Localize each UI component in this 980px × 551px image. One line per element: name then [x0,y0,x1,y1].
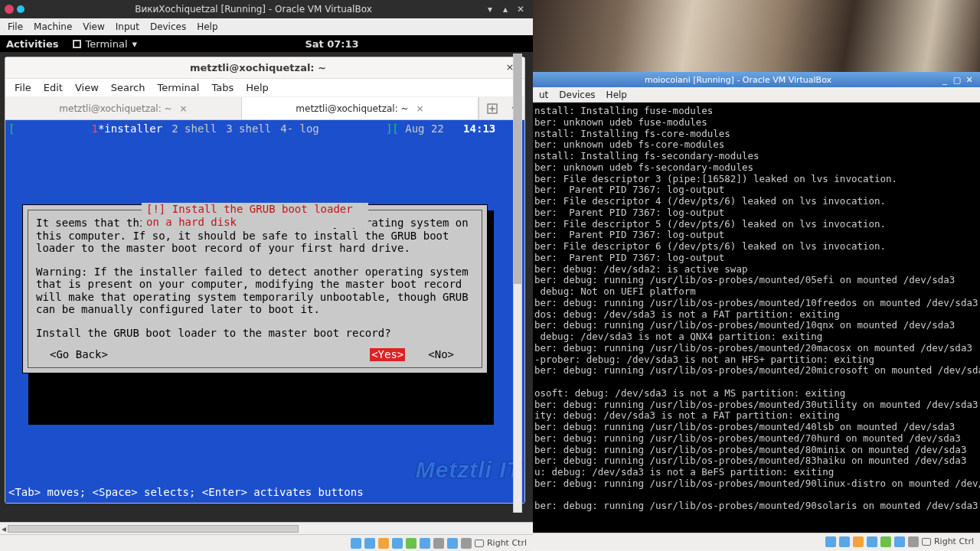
minimize-button[interactable]: _ [939,75,951,85]
recording-icon [433,538,444,549]
menu-view[interactable]: View [83,21,104,32]
hostkey-label: Right Ctrl [934,536,974,546]
activities-button[interactable]: Activities [6,38,59,50]
vm-left-statusbar: Right Ctrl [0,534,533,551]
scrollbar-vertical[interactable] [513,54,522,513]
installer-tui: [ 1 *installer 2 shell 3 shell 4- log ][… [5,120,524,503]
shared-folder-icon [406,538,416,549]
close-button[interactable]: ✕ [963,75,975,85]
terminal-tab[interactable]: metztli@xochiquetzal: ~ × [5,97,242,119]
dialog-title: [!] Install the GRUB boot loader on a ha… [142,203,368,228]
close-button[interactable]: ✕ [513,4,528,15]
go-back-button[interactable]: <Go Back> [50,348,108,361]
display-icon [420,538,430,549]
new-tab-button[interactable] [479,97,505,119]
dialog-helpline: <Tab> moves; <Space> selects; <Enter> ac… [8,486,364,498]
display-icon [894,536,905,547]
clock[interactable]: Sat 07:13 [305,38,358,50]
scroll-thumb[interactable] [8,525,299,533]
pane-inactive: 2 shell [172,122,217,135]
terminal-title: metztli@xochiquetzal: ~ [13,62,503,73]
shared-folder-icon [880,536,891,547]
terminal-icon [73,40,81,48]
tab-label: metztli@xochiquetzal: ~ [296,103,408,114]
menu-machine[interactable]: Machine [34,21,72,32]
scrollbar-horizontal[interactable]: ◂ [0,522,533,534]
menu-devices[interactable]: Devices [150,21,186,32]
current-app-label: Terminal [86,38,128,50]
background-image-strip [533,0,980,72]
status-bracket: ][ [386,122,399,135]
status-date: Aug 22 [405,122,444,135]
tmenu-file[interactable]: File [15,82,31,93]
tmenu-tabs[interactable]: Tabs [211,82,234,93]
pane-label-active: *installer [98,122,162,135]
tmenu-view[interactable]: View [75,82,99,93]
titlebar-icon [5,5,14,14]
hostkey-icon [475,540,484,547]
menu-devices[interactable]: Devices [559,90,595,100]
maximize-button[interactable]: ▢ [951,75,963,85]
pane-index-active: 1 [91,122,97,135]
watermark: Metztli IT [416,457,521,483]
yes-button[interactable]: <Yes> [370,348,405,361]
pane-inactive: 3 shell [226,122,271,135]
vm-left-menubar: File Machine View Input Devices Help [0,18,533,35]
network-icon [392,538,403,549]
menu-file[interactable]: File [8,21,23,32]
vm-window-right: moiocoiani [Running] - Oracle VM Virtual… [533,72,980,551]
right-terminal-output[interactable]: nstall: Installing fuse-modules ber: unk… [533,103,980,533]
tab-label: metztli@xochiquetzal: ~ [59,103,172,114]
minimize-button[interactable]: ▾ [482,4,498,15]
vm-right-menubar: ut Devices Help [533,87,980,103]
current-app[interactable]: Terminal ▾ [73,38,137,50]
vm-left-titlebar[interactable]: ВикиXochiquetzal [Running] - Oracle VM V… [0,0,533,18]
pane-inactive: 4- log [280,122,319,135]
hdd-icon [351,538,361,549]
terminal-window: metztli@xochiquetzal: ~ × File Edit View… [5,57,525,504]
tmenu-help[interactable]: Help [246,82,269,93]
plus-box-icon [487,103,498,114]
network-icon [867,536,877,547]
terminal-menubar: File Edit View Search Terminal Tabs Help [5,79,524,97]
tmenu-search[interactable]: Search [111,82,145,93]
hdd-icon [825,536,836,547]
usb-icon [378,538,389,549]
menu-input[interactable]: Input [116,21,139,32]
terminal-titlebar[interactable]: metztli@xochiquetzal: ~ × [5,57,524,79]
usb-icon [853,536,864,547]
gnome-top-bar: Activities Terminal ▾ Sat 07:13 [0,35,533,52]
vm-right-statusbar: Right Ctrl [533,533,980,549]
status-bracket: [ [8,122,15,135]
vm-right-title: moiocoiani [Running] - Oracle VM Virtual… [537,75,939,85]
tab-close-icon[interactable]: × [416,103,424,114]
menu-input-clipped[interactable]: ut [539,90,548,100]
vm-right-titlebar[interactable]: moiocoiani [Running] - Oracle VM Virtual… [533,72,980,87]
optical-icon [839,536,850,547]
maximize-button[interactable]: ▴ [498,4,513,15]
optical-icon [364,538,375,549]
no-button[interactable]: <No> [428,348,454,361]
terminal-tabstrip: metztli@xochiquetzal: ~ × metztli@xochiq… [5,97,524,120]
menu-help[interactable]: Help [197,21,217,32]
scroll-left-icon[interactable]: ◂ [2,523,6,534]
tab-close-icon[interactable]: × [180,103,188,114]
chevron-down-icon: ▾ [132,38,138,50]
recording-icon [908,536,919,547]
hostkey-label: Right Ctrl [487,538,527,548]
tmenu-edit[interactable]: Edit [44,82,63,93]
clipboard-icon [461,538,472,549]
tmux-statusline: [ 1 *installer 2 shell 3 shell 4- log ][… [5,120,524,137]
menu-help[interactable]: Help [606,90,627,100]
status-time: 14:13 [463,122,495,135]
vm-left-title: ВикиXochiquetzal [Running] - Oracle VM V… [24,4,482,15]
terminal-tab-active[interactable]: metztli@xochiquetzal: ~ × [242,97,479,119]
dialog-question: Install the GRUB boot loader to the mast… [36,327,474,340]
dialog-body-2: Warning: If the installer failed to dete… [36,266,474,316]
audio-icon [447,538,458,549]
grub-install-dialog: [!] Install the GRUB boot loader on a ha… [22,204,488,373]
titlebar-icon [17,5,24,13]
vm-window-left: ВикиXochiquetzal [Running] - Oracle VM V… [0,0,533,551]
hostkey-icon [922,538,931,546]
tmenu-terminal[interactable]: Terminal [157,82,199,93]
